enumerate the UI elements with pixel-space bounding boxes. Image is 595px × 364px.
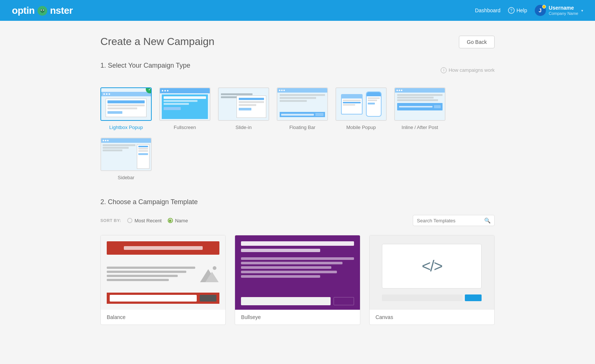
canvas-code-icon: </> — [422, 257, 442, 275]
svg-point-3 — [41, 9, 42, 10]
slidein-icon-box — [218, 87, 269, 121]
search-box[interactable]: 🔍 — [413, 215, 495, 226]
go-back-button[interactable]: Go Back — [459, 36, 495, 48]
header-nav: Dashboard ? Help J Username Company Name… — [475, 5, 583, 16]
svg-point-5 — [41, 12, 44, 13]
template-card-bullseye[interactable]: Bullseye — [235, 235, 360, 325]
section2-title: 2. Choose a Campaign Template — [100, 198, 495, 206]
page-header: Create a New Campaign Go Back — [100, 36, 495, 48]
section1-header: 1. Select Your Campaign Type i How campa… — [100, 62, 495, 78]
template-name-bullseye: Bullseye — [235, 310, 360, 325]
help-link[interactable]: Help — [517, 7, 527, 13]
sort-recent-label: Most Recent — [135, 218, 162, 223]
user-name: Username — [549, 5, 578, 11]
sort-row: SORT BY: Most Recent Name 🔍 — [100, 215, 495, 226]
section-template: 2. Choose a Campaign Template SORT BY: M… — [100, 198, 495, 325]
template-grid: Balance — [100, 235, 495, 325]
template-preview-balance — [101, 235, 225, 310]
user-company: Company Name — [549, 11, 578, 16]
how-campaigns-link[interactable]: i How campaigns work — [441, 67, 495, 73]
sort-recent-radio[interactable] — [127, 218, 132, 223]
sort-name[interactable]: Name — [168, 218, 188, 223]
template-preview-bullseye — [235, 235, 360, 310]
floatingbar-icon-box — [277, 87, 328, 121]
mobilepopup-label: Mobile Popup — [346, 125, 376, 130]
help-area: ? Help — [508, 7, 527, 14]
svg-point-4 — [43, 9, 44, 10]
campaign-type-floatingbar[interactable]: Floating Bar — [277, 87, 328, 130]
canvas-code-box: </> — [382, 244, 482, 289]
fullscreen-icon-box — [159, 87, 210, 121]
sort-name-radio-fill — [169, 219, 171, 222]
fullscreen-label: Fullscreen — [174, 125, 196, 130]
floatingbar-label: Floating Bar — [289, 125, 315, 130]
campaign-type-slidein[interactable]: Slide-in — [218, 87, 269, 130]
template-name-balance: Balance — [101, 310, 225, 325]
main-content: Create a New Campaign Go Back 1. Select … — [93, 21, 502, 340]
template-name-canvas: Canvas — [370, 310, 494, 325]
user-area[interactable]: J Username Company Name ▾ — [535, 5, 583, 16]
mobilepopup-icon-box — [335, 87, 387, 121]
sort-name-label: Name — [175, 218, 188, 223]
template-card-balance[interactable]: Balance — [100, 235, 226, 325]
sort-label: SORT BY: — [100, 218, 121, 223]
sort-options: SORT BY: Most Recent Name — [100, 218, 188, 223]
user-info: Username Company Name — [549, 5, 578, 16]
chevron-down-icon: ▾ — [581, 9, 583, 13]
page-title: Create a New Campaign — [100, 36, 215, 48]
dashboard-link[interactable]: Dashboard — [475, 7, 501, 13]
search-input[interactable] — [417, 218, 481, 223]
sort-most-recent[interactable]: Most Recent — [127, 218, 162, 223]
campaign-type-inline[interactable]: Inline / After Post — [394, 87, 446, 130]
svg-point-0 — [38, 6, 47, 15]
campaign-type-mobilepopup[interactable]: Mobile Popup — [335, 87, 387, 130]
avatar: J — [535, 5, 546, 16]
status-dot — [542, 5, 546, 9]
info-icon: i — [441, 67, 447, 73]
inline-icon-box — [394, 87, 446, 121]
sidebar-label: Sidebar — [118, 175, 135, 180]
logo[interactable]: optin nster — [12, 5, 73, 16]
search-icon: 🔍 — [484, 218, 491, 223]
help-icon: ? — [508, 7, 515, 14]
section-campaign-type: 1. Select Your Campaign Type i How campa… — [100, 62, 495, 180]
section1-title: 1. Select Your Campaign Type — [100, 62, 190, 70]
header: optin nster Dashboard ? Help J User — [0, 0, 595, 21]
sidebar-icon-box — [100, 138, 152, 171]
lightbox-icon-box: ✓ — [100, 87, 152, 121]
campaign-type-fullscreen[interactable]: Fullscreen — [159, 87, 210, 130]
campaign-type-list: ✓ Li — [100, 87, 495, 180]
template-card-canvas[interactable]: </> Canvas — [369, 235, 495, 325]
inline-label: Inline / After Post — [402, 125, 438, 130]
campaign-type-sidebar[interactable]: Sidebar — [100, 138, 152, 180]
slidein-label: Slide-in — [235, 125, 251, 130]
sort-name-radio[interactable] — [168, 218, 173, 223]
campaign-type-lightbox[interactable]: ✓ Li — [100, 87, 152, 130]
template-preview-canvas: </> — [370, 235, 494, 310]
lightbox-label: Lightbox Popup — [109, 125, 143, 130]
